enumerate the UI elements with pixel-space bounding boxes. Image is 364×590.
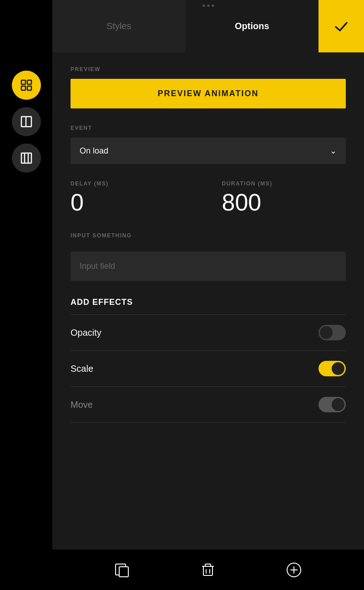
main-content: Styles Options PREVIEW PREVIEW ANIMATION… xyxy=(52,0,364,590)
top-bar: Styles Options xyxy=(52,0,364,52)
effect-label-move: Move xyxy=(71,400,93,410)
effects-section: ADD EFFECTS Opacity Scale xyxy=(71,298,346,423)
sidebar xyxy=(0,0,52,590)
effect-item-opacity: Opacity xyxy=(71,315,346,351)
toggle-opacity[interactable] xyxy=(318,325,346,340)
input-section-label: INPUT SOMETHING xyxy=(71,232,346,239)
preview-animation-button[interactable]: PREVIEW ANIMATION xyxy=(71,79,346,108)
delay-label: DELAY (MS) xyxy=(71,180,195,187)
toggle-move[interactable] xyxy=(318,397,346,412)
svg-rect-0 xyxy=(21,80,25,84)
event-selected-value: On load xyxy=(80,146,108,156)
preview-label: PREVIEW xyxy=(71,66,346,72)
delete-button[interactable] xyxy=(198,560,218,580)
svg-rect-9 xyxy=(119,567,128,577)
toggle-scale[interactable] xyxy=(318,361,346,376)
toggle-knob-scale xyxy=(332,362,344,375)
effect-label-scale: Scale xyxy=(71,364,93,374)
duration-value[interactable]: 800 xyxy=(222,190,346,214)
delay-item: DELAY (MS) 0 xyxy=(71,180,195,214)
event-section: EVENT On load ⌄ xyxy=(71,125,346,164)
event-label: EVENT xyxy=(71,125,346,131)
sidebar-icon-layout[interactable] xyxy=(12,107,41,136)
confirm-button[interactable] xyxy=(318,0,364,52)
effects-title: ADD EFFECTS xyxy=(71,298,346,307)
input-section: INPUT SOMETHING xyxy=(71,232,346,281)
content-area: PREVIEW PREVIEW ANIMATION EVENT On load … xyxy=(52,52,364,549)
duration-item: DURATION (MS) 800 xyxy=(222,180,346,214)
effect-item-move: Move xyxy=(71,387,346,423)
delay-value[interactable]: 0 xyxy=(71,190,195,214)
tab-options[interactable]: Options xyxy=(186,0,319,52)
bottom-toolbar xyxy=(52,549,364,590)
preview-section: PREVIEW PREVIEW ANIMATION xyxy=(71,66,346,125)
toggle-knob-opacity xyxy=(320,326,333,339)
effect-label-opacity: Opacity xyxy=(71,328,101,338)
svg-rect-3 xyxy=(27,86,31,90)
svg-rect-2 xyxy=(21,86,25,90)
effect-item-scale: Scale xyxy=(71,351,346,387)
event-dropdown[interactable]: On load ⌄ xyxy=(71,138,346,164)
toggle-knob-move xyxy=(332,398,344,411)
input-field[interactable] xyxy=(71,251,346,281)
window-dots xyxy=(202,5,214,7)
svg-rect-1 xyxy=(27,80,31,84)
tab-styles[interactable]: Styles xyxy=(52,0,186,52)
add-button[interactable] xyxy=(284,560,304,580)
chevron-down-icon: ⌄ xyxy=(330,146,337,156)
duration-label: DURATION (MS) xyxy=(222,180,346,187)
svg-rect-6 xyxy=(21,153,31,163)
sidebar-icon-grid[interactable] xyxy=(12,71,41,100)
sidebar-icon-columns[interactable] xyxy=(12,144,41,173)
timing-section: DELAY (MS) 0 DURATION (MS) 800 xyxy=(71,180,346,214)
copy-button[interactable] xyxy=(112,560,132,580)
svg-rect-10 xyxy=(203,566,212,575)
